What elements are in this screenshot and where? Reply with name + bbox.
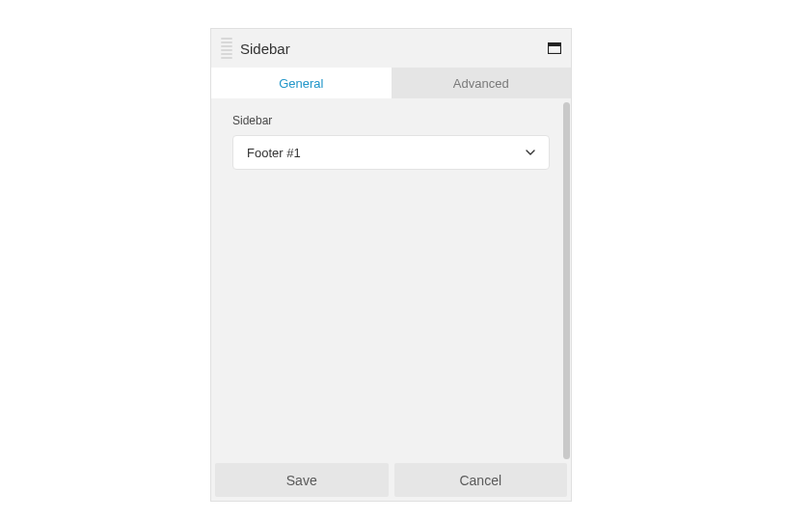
panel-title: Sidebar: [240, 41, 548, 57]
panel-footer: Save Cancel: [211, 459, 571, 501]
drag-handle-icon[interactable]: [221, 38, 232, 59]
panel-body: Sidebar Footer #1: [211, 98, 571, 459]
tab-advanced[interactable]: Advanced: [392, 68, 572, 98]
sidebar-field-label: Sidebar: [232, 114, 550, 127]
sidebar-select-value: Footer #1: [247, 146, 301, 160]
save-button[interactable]: Save: [215, 463, 389, 497]
tab-general[interactable]: General: [211, 68, 392, 98]
scrollbar[interactable]: [563, 102, 570, 459]
sidebar-select[interactable]: Footer #1: [232, 135, 550, 170]
tabs: General Advanced: [211, 68, 571, 98]
window-icon[interactable]: [548, 42, 561, 54]
cancel-button[interactable]: Cancel: [394, 463, 568, 497]
chevron-down-icon: [526, 150, 535, 155]
panel-header: Sidebar: [211, 29, 571, 68]
settings-panel: Sidebar General Advanced Sidebar Footer …: [210, 28, 572, 502]
svg-rect-1: [549, 43, 561, 47]
field-sidebar: Sidebar Footer #1: [221, 114, 561, 170]
